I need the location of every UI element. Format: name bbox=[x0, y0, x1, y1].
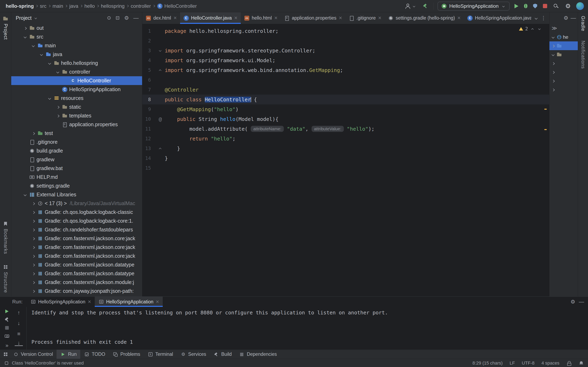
tree-item[interactable]: HelloSpringApplication bbox=[11, 85, 142, 94]
tree-item[interactable]: Gradle: com.jayway.jsonpath:json-path: bbox=[11, 287, 142, 295]
run-button[interactable] bbox=[514, 3, 519, 9]
fold-up-icon[interactable] bbox=[156, 146, 165, 150]
user-button[interactable] bbox=[404, 2, 417, 10]
close-icon[interactable]: × bbox=[156, 299, 159, 305]
project-settings-icon[interactable]: ⚙ bbox=[123, 15, 130, 21]
fold-down-icon[interactable] bbox=[156, 49, 165, 53]
chevron-down-icon[interactable] bbox=[39, 52, 44, 57]
chevron-down-icon[interactable] bbox=[551, 35, 555, 40]
tree-item[interactable]: hello.hellospring bbox=[11, 59, 142, 67]
modify-run-button[interactable] bbox=[3, 317, 11, 323]
tree-item[interactable]: Gradle: com.fasterxml.jackson.core:jack bbox=[11, 243, 142, 252]
chevron-right-icon[interactable] bbox=[55, 105, 60, 109]
code-line[interactable]: 14} bbox=[142, 153, 549, 163]
tree-item[interactable]: templates bbox=[11, 111, 142, 120]
window-layout-icon[interactable] bbox=[3, 351, 9, 357]
chevron-right-icon[interactable] bbox=[31, 271, 36, 276]
collapse-all-icon[interactable] bbox=[115, 15, 121, 21]
chevron-down-icon[interactable] bbox=[34, 16, 38, 20]
code-line[interactable]: 11 model.addAttribute( attributeName: "d… bbox=[142, 124, 549, 134]
editor-tab[interactable]: dex.html× bbox=[142, 12, 180, 24]
annotation-gutter-icon[interactable]: @ bbox=[156, 116, 165, 122]
gradle-tree-item[interactable] bbox=[549, 50, 578, 59]
chevron-right-icon[interactable] bbox=[31, 289, 36, 294]
rerun-button[interactable] bbox=[3, 309, 11, 314]
tree-item[interactable]: Gradle: com.fasterxml.jackson.datatype bbox=[11, 260, 142, 269]
warning-stripe-mark[interactable] bbox=[544, 129, 547, 130]
gradle-tree-item[interactable] bbox=[549, 59, 578, 68]
chevron-down-icon[interactable] bbox=[23, 192, 27, 197]
toolwindow-stripe-structure[interactable]: Structure bbox=[3, 263, 8, 294]
code-line[interactable]: 9 @GetMapping("hello") bbox=[142, 104, 549, 114]
prev-issue-icon[interactable] bbox=[530, 27, 535, 31]
toolwindow-button-version-control[interactable]: Version Control bbox=[9, 350, 57, 359]
code-line[interactable]: 12 return "hello"; bbox=[142, 134, 549, 143]
toolwindow-button-terminal[interactable]: Terminal bbox=[144, 350, 177, 359]
chevron-down-icon[interactable] bbox=[551, 52, 555, 57]
close-icon[interactable]: × bbox=[173, 15, 177, 21]
next-issue-icon[interactable] bbox=[537, 27, 541, 31]
tree-item[interactable]: Gradle: com.fasterxml.jackson.core:jack bbox=[11, 234, 142, 243]
breadcrumb-item[interactable]: java bbox=[69, 3, 78, 9]
tree-item[interactable]: application.properties bbox=[11, 120, 142, 129]
hide-gradle-panel-icon[interactable]: — bbox=[570, 15, 577, 21]
toolwindow-stripe-notifications[interactable]: Notifications bbox=[580, 39, 586, 70]
chevron-right-icon[interactable] bbox=[31, 236, 36, 241]
status-popup-icon[interactable] bbox=[4, 361, 9, 366]
up-stack-trace-icon[interactable]: ↑ bbox=[15, 309, 23, 317]
tree-item[interactable]: Gradle: com.fasterxml.jackson.core:jack bbox=[11, 252, 142, 260]
chevron-right-icon[interactable] bbox=[31, 131, 36, 136]
toolwindow-button-run[interactable]: Run bbox=[57, 350, 80, 359]
tree-item[interactable]: out bbox=[11, 24, 142, 33]
fold-up-icon[interactable] bbox=[156, 68, 165, 72]
chevron-right-icon[interactable] bbox=[31, 201, 36, 206]
chevron-right-icon[interactable] bbox=[31, 280, 36, 285]
chevron-down-icon[interactable] bbox=[47, 61, 52, 66]
caret-position[interactable]: 8:29 (15 chars) bbox=[472, 360, 503, 366]
kebab-menu-icon[interactable]: ⋮ bbox=[540, 15, 547, 21]
chevron-right-icon[interactable] bbox=[31, 245, 36, 250]
chevron-right-icon[interactable] bbox=[55, 113, 60, 118]
run-config-selector[interactable]: HelloSpringApplication bbox=[438, 2, 510, 11]
code-line[interactable]: 8public class HelloController { bbox=[142, 95, 549, 104]
code-line[interactable]: 13 } bbox=[142, 143, 549, 153]
thread-dump-button[interactable] bbox=[3, 333, 11, 339]
down-stack-trace-icon[interactable]: ↓ bbox=[15, 319, 23, 327]
soft-wrap-icon[interactable]: ≡ bbox=[15, 330, 23, 338]
code-line[interactable]: 10@ public String hello(Model model){ bbox=[142, 114, 549, 124]
code-line[interactable]: 1package hello.hellospring.controller; bbox=[142, 26, 549, 36]
close-icon[interactable]: × bbox=[457, 15, 461, 21]
tree-item[interactable]: java bbox=[11, 50, 142, 59]
breadcrumb-item[interactable]: src bbox=[40, 3, 46, 9]
scroll-to-end-icon[interactable]: ↓ bbox=[15, 340, 23, 346]
breadcrumb-item[interactable]: controller bbox=[131, 3, 151, 9]
breadcrumb-project[interactable]: hello-spring bbox=[6, 3, 34, 9]
toolwindow-button-dependencies[interactable]: Dependencies bbox=[235, 350, 281, 359]
tree-item[interactable]: .gitignore bbox=[11, 138, 142, 146]
chevron-right-icon[interactable] bbox=[551, 70, 555, 75]
tree-item[interactable]: gradlew bbox=[11, 155, 142, 164]
code-editor[interactable]: 1package hello.hellospring.controller;23… bbox=[142, 24, 549, 296]
chevron-right-icon[interactable] bbox=[551, 43, 555, 48]
code-line[interactable]: 3import org.springframework.stereotype.C… bbox=[142, 46, 549, 55]
indent-style[interactable]: 4 spaces bbox=[541, 360, 559, 366]
code-line[interactable]: 7@Controller bbox=[142, 85, 549, 95]
gradle-tree-item[interactable]: he bbox=[549, 33, 578, 42]
tree-item[interactable]: static bbox=[11, 103, 142, 111]
code-line[interactable]: 5import org.springframework.web.bind.ann… bbox=[142, 65, 549, 75]
breadcrumb-current[interactable]: HelloController bbox=[157, 3, 197, 9]
chevron-right-icon[interactable] bbox=[31, 210, 36, 215]
tree-item[interactable]: Gradle: com.fasterxml.jackson.datatype bbox=[11, 269, 142, 278]
collapse-panel-icon[interactable]: ≫ bbox=[551, 25, 558, 31]
readonly-lock-icon[interactable] bbox=[566, 360, 572, 366]
editor-tab[interactable]: settings.gradle (hello-spring)× bbox=[385, 12, 464, 24]
chevron-down-icon[interactable] bbox=[55, 69, 60, 75]
tree-item[interactable]: settings.gradle bbox=[11, 182, 142, 190]
file-encoding[interactable]: UTF-8 bbox=[522, 360, 535, 366]
chevron-down-icon[interactable] bbox=[31, 43, 36, 48]
toolwindow-button-todo[interactable]: TODO bbox=[80, 350, 109, 359]
build-project-button[interactable] bbox=[421, 2, 429, 10]
code-line[interactable]: 4import org.springframework.ui.Model; bbox=[142, 55, 549, 65]
run-settings-icon[interactable]: ⚙ bbox=[570, 299, 576, 305]
code-line[interactable]: 6 bbox=[142, 75, 549, 85]
